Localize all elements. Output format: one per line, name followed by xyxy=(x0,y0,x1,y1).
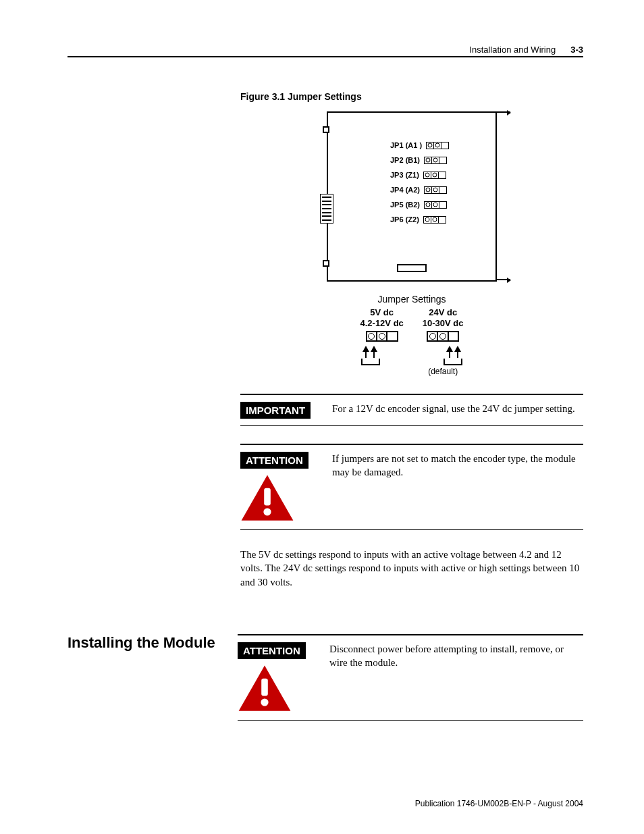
default-label: (default) xyxy=(423,367,464,376)
jumper-settings-detail: Jumper Settings 5V dc 4.2-12V dc xyxy=(240,294,583,376)
jumper-icon xyxy=(424,201,447,209)
callout-bottom-rule xyxy=(238,720,583,721)
jumper-icon xyxy=(366,331,398,342)
svg-point-2 xyxy=(263,509,271,516)
footer-publication: Publication 1746-UM002B-EN-P - August 20… xyxy=(415,799,583,808)
header-section-title: Installation and Wiring xyxy=(469,45,556,55)
header-page-number: 3-3 xyxy=(570,45,583,55)
callout-bottom-rule xyxy=(240,425,583,426)
jumper-row: JP6 (Z2) xyxy=(390,215,449,224)
attention-text: If jumpers are not set to match the enco… xyxy=(332,452,583,523)
jumper-row: JP2 (B1) xyxy=(390,156,449,164)
jumper-col-5v: 5V dc 4.2-12V dc xyxy=(360,307,403,376)
brace-icon xyxy=(361,359,380,365)
jumper-icon xyxy=(423,216,446,224)
up-arrow-icon xyxy=(363,346,369,352)
jumper-label: JP1 (A1 ) xyxy=(390,141,422,149)
jumper-row: JP5 (B2) xyxy=(390,201,449,209)
diagram-notch xyxy=(323,126,329,133)
jumper-col-24v: 24V dc 10-30V dc (default) xyxy=(423,307,464,376)
callout-rule xyxy=(238,634,583,635)
figure-caption: Figure 3.1 Jumper Settings xyxy=(240,91,583,102)
jumper-icon xyxy=(423,172,446,179)
jumper-row: JP1 (A1 ) xyxy=(390,141,449,149)
up-arrow-icon xyxy=(371,346,377,352)
diagram-ext-bottom xyxy=(495,279,510,286)
diagram-connector xyxy=(320,194,333,224)
attention-badge: ATTENTION xyxy=(238,642,306,659)
jumper-col-line2: 10-30V dc xyxy=(423,318,464,329)
jumper-col-line1: 5V dc xyxy=(360,307,403,318)
svg-rect-1 xyxy=(264,488,271,506)
jumper-label: JP4 (A2) xyxy=(390,186,420,194)
main-column: Figure 3.1 Jumper Settings JP1 xyxy=(240,91,583,599)
jumper-row: JP3 (Z1) xyxy=(390,171,449,179)
figure-diagram: JP1 (A1 ) JP2 (B1) JP3 (Z1 xyxy=(240,111,583,282)
attention-badge: ATTENTION xyxy=(240,452,308,469)
jumper-col-line1: 24V dc xyxy=(423,307,464,318)
callout-attention: ATTENTION Disconnect power before attemp… xyxy=(238,634,583,721)
jumper-list: JP1 (A1 ) JP2 (B1) JP3 (Z1 xyxy=(390,141,449,230)
svg-point-5 xyxy=(261,698,268,706)
header-rule xyxy=(68,56,583,57)
callout-bottom-rule xyxy=(240,529,583,530)
document-page: Installation and Wiring 3-3 Figure 3.1 J… xyxy=(0,0,644,834)
left-gutter xyxy=(68,91,238,599)
brace-icon xyxy=(444,359,462,365)
jumper-label: JP3 (Z1) xyxy=(390,171,419,179)
callout-rule xyxy=(240,444,583,445)
diagram-connector-lead xyxy=(327,223,328,232)
jumper-col-line2: 4.2-12V dc xyxy=(360,318,403,329)
jumper-icon xyxy=(427,331,459,342)
warning-icon xyxy=(238,664,292,713)
jumper-icon xyxy=(424,186,447,194)
diagram-ext-top xyxy=(495,111,510,118)
jumper-icon xyxy=(424,157,447,164)
body-paragraph: The 5V dc settings respond to inputs wit… xyxy=(240,548,583,589)
important-badge: IMPORTANT xyxy=(240,402,311,419)
important-text: For a 12V dc encoder signal, use the 24V… xyxy=(332,402,583,419)
attention-text: Disconnect power before attempting to in… xyxy=(329,642,583,713)
content-grid: Figure 3.1 Jumper Settings JP1 xyxy=(68,91,583,599)
jumper-settings-heading: Jumper Settings xyxy=(240,294,583,305)
callout-attention: ATTENTION If jumpers are not set to matc… xyxy=(240,444,583,530)
up-arrow-icon xyxy=(454,346,461,352)
svg-rect-4 xyxy=(261,679,268,696)
jumper-label: JP2 (B1) xyxy=(390,156,420,164)
diagram-connector-lead xyxy=(327,185,328,194)
jumper-label: JP5 (B2) xyxy=(390,201,420,209)
up-arrow-icon xyxy=(446,346,453,352)
jumper-row: JP4 (A2) xyxy=(390,186,449,194)
module-outline: JP1 (A1 ) JP2 (B1) JP3 (Z1 xyxy=(327,111,497,282)
jumper-icon xyxy=(426,142,449,149)
diagram-slot xyxy=(397,264,427,272)
callout-important: IMPORTANT For a 12V dc encoder signal, u… xyxy=(240,394,583,426)
diagram-notch xyxy=(323,260,329,267)
section-heading: Installing the Module xyxy=(68,634,238,721)
section-installing: Installing the Module ATTENTION xyxy=(68,634,583,721)
running-header: Installation and Wiring 3-3 xyxy=(68,45,583,55)
warning-icon xyxy=(240,474,294,523)
callout-rule xyxy=(240,394,583,395)
jumper-label: JP6 (Z2) xyxy=(390,215,419,224)
